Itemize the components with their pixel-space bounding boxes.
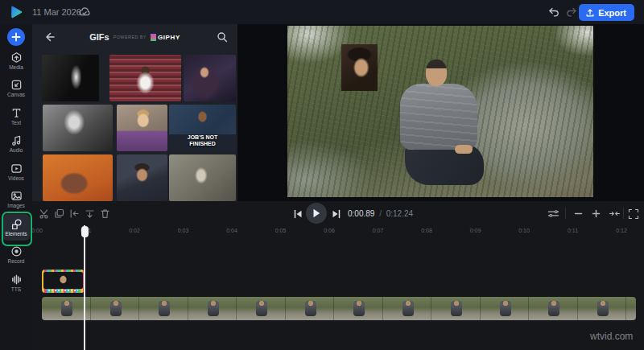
sidebar-item-canvas[interactable]: Canvas <box>0 75 32 103</box>
playhead-handle[interactable] <box>81 226 89 237</box>
elements-icon <box>10 218 23 230</box>
sidebar-item-label: Audio <box>10 148 23 154</box>
export-button-label: Export <box>598 8 626 18</box>
sidebar-item-tts[interactable]: TTS <box>0 269 32 297</box>
video-frame-thumbnail[interactable] <box>286 297 335 320</box>
ruler-tick: 0:00 <box>31 228 43 233</box>
sidebar-item-videos[interactable]: Videos <box>0 158 32 186</box>
ruler-tick: 0:11 <box>568 228 578 233</box>
gif-thumbnail-grainy-figure[interactable] <box>169 154 236 201</box>
video-frame-thumbnail[interactable] <box>139 297 188 320</box>
video-frame-thumbnail[interactable] <box>481 297 530 320</box>
trim-right-icon[interactable] <box>85 208 95 219</box>
video-frame-thumbnail[interactable] <box>626 297 636 320</box>
video-frame-thumbnail[interactable] <box>383 297 432 320</box>
video-frame-thumbnail[interactable] <box>188 297 237 320</box>
previous-frame-icon[interactable] <box>293 209 303 219</box>
sidebar-item-label: Videos <box>8 176 24 182</box>
ruler-tick: 0:09 <box>470 228 481 233</box>
gif-thumbnail-cartoon-dog[interactable] <box>43 154 113 201</box>
add-media-button[interactable] <box>7 28 25 46</box>
ruler-tick: 0:07 <box>373 228 384 233</box>
gif-thumbnail-side-eye-girl[interactable] <box>117 105 167 151</box>
undo-icon[interactable] <box>547 6 560 19</box>
zoom-in-icon[interactable] <box>591 208 601 219</box>
copy-icon[interactable] <box>54 208 64 219</box>
video-frame-thumbnail[interactable] <box>334 297 383 320</box>
sidebar-item-text[interactable]: Text <box>0 102 32 130</box>
timeline-toolbar: 0:00.89 / 0:12.24 <box>32 201 644 225</box>
canvas-icon <box>10 79 23 91</box>
gif-thumbnail-basketball-crowd[interactable] <box>109 55 181 101</box>
videos-icon <box>10 163 23 175</box>
redo-icon[interactable] <box>565 6 578 19</box>
watermark-text: wtvid.com <box>590 331 633 342</box>
play-button[interactable] <box>306 203 327 224</box>
sidebar-item-label: TTS <box>11 287 21 293</box>
timeline-adjust-icon[interactable] <box>547 208 559 219</box>
video-preview-canvas[interactable] <box>287 26 593 197</box>
fit-timeline-icon[interactable] <box>609 208 621 219</box>
panel-title-group: GIFs POWERED BY GIPHY <box>32 24 237 50</box>
fullscreen-icon[interactable] <box>628 208 639 220</box>
sidebar-item-label: Media <box>9 65 23 71</box>
ruler-tick: 0:08 <box>421 228 432 233</box>
gif-thumbnail-press-conference[interactable]: JOB'S NOT FINISHED <box>169 105 236 151</box>
ruler-tick: 0:05 <box>275 228 287 233</box>
zoom-out-icon[interactable] <box>573 208 584 219</box>
gif-thumbnail-vintage-baby[interactable] <box>43 105 113 151</box>
video-frame-thumbnail[interactable] <box>578 297 627 320</box>
current-time: 0:00.89 <box>348 209 374 218</box>
tts-waveform-icon <box>10 274 23 286</box>
preview-area <box>237 24 644 201</box>
split-icon[interactable] <box>39 208 49 219</box>
timeline-section: 0:00.89 / 0:12.24 <box>32 201 644 350</box>
sidebar-items: Media Canvas Text Audio <box>0 47 32 297</box>
time-display: 0:00.89 / 0:12.24 <box>348 209 413 218</box>
sidebar-item-label: Text <box>11 121 21 126</box>
divider <box>565 208 566 219</box>
gif-caption: JOB'S NOT FINISHED <box>169 134 236 147</box>
app-logo-icon[interactable] <box>9 5 23 19</box>
sidebar-item-elements[interactable]: Elements <box>0 213 32 241</box>
ruler-tick: 0:02 <box>129 228 140 233</box>
search-icon[interactable] <box>217 31 228 43</box>
ruler-tick: 0:12 <box>616 228 627 233</box>
gifs-panel-header: GIFs POWERED BY GIPHY <box>32 24 237 50</box>
top-bar: 11 Mar 2026 Export <box>0 0 644 24</box>
text-icon <box>10 107 23 119</box>
video-track-clip[interactable] <box>42 297 636 320</box>
giphy-logo-text: GIPHY <box>158 34 180 41</box>
sidebar-item-label: Elements <box>5 232 27 237</box>
left-sidebar: Media Canvas Text Audio <box>0 24 32 350</box>
sidebar-item-label: Record <box>8 259 25 265</box>
gif-thumbnail-event-woman[interactable] <box>184 55 236 101</box>
sidebar-item-images[interactable]: Images <box>0 186 32 214</box>
video-frame-thumbnail[interactable] <box>529 297 578 320</box>
gif-thumbnail-thinking-man[interactable] <box>117 154 167 201</box>
images-icon <box>10 190 23 202</box>
gif-track-clip[interactable] <box>42 270 85 293</box>
person-head <box>426 60 447 86</box>
playhead-line[interactable] <box>84 225 85 350</box>
video-frame-thumbnail[interactable] <box>237 297 286 320</box>
record-icon <box>10 245 23 257</box>
delete-icon[interactable] <box>100 208 110 219</box>
sidebar-item-label: Images <box>7 204 24 209</box>
total-duration: 0:12.24 <box>386 209 413 218</box>
sidebar-item-media[interactable]: Media <box>0 47 32 75</box>
panel-title: GIFs <box>89 32 109 42</box>
gif-thumbnail-ballerina[interactable] <box>42 55 99 101</box>
gif-overlay-layer[interactable] <box>341 44 378 91</box>
export-button[interactable]: Export <box>579 4 634 21</box>
sidebar-item-record[interactable]: Record <box>0 241 32 270</box>
giphy-logo-icon <box>151 34 156 41</box>
trim-left-icon[interactable] <box>69 208 80 219</box>
person-hand <box>455 145 473 154</box>
timeline-ruler[interactable]: 0:000:010:020:030:040:050:060:070:080:09… <box>32 225 644 237</box>
video-frame-thumbnail[interactable] <box>431 297 481 320</box>
sidebar-item-audio[interactable]: Audio <box>0 130 32 159</box>
next-frame-icon[interactable] <box>332 209 341 219</box>
project-date: 11 Mar 2026 <box>32 7 81 17</box>
video-frame-thumbnail[interactable] <box>91 297 140 320</box>
